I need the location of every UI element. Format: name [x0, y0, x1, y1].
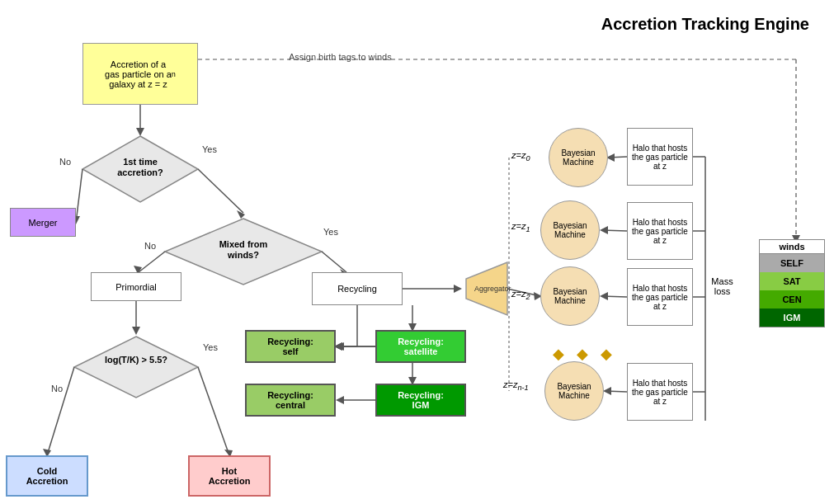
svg-text:No: No: [144, 241, 156, 251]
halo-box-3: Halo that hosts the gas particle at z: [627, 268, 693, 326]
halo-box-4: Halo that hosts the gas particle at z: [627, 363, 693, 421]
cold-accretion-box: ColdAccretion: [6, 455, 88, 497]
svg-marker-39: [336, 396, 344, 404]
svg-marker-21: [74, 337, 198, 398]
svg-line-53: [601, 296, 627, 297]
bayesian-circle-3: BayesianMachine: [540, 266, 600, 326]
bayesian-circle-4: BayesianMachine: [544, 361, 604, 421]
svg-marker-4: [136, 128, 144, 136]
halo-box-2: Halo that hosts the gas particle at z: [627, 202, 693, 260]
ellipsis-dots: ◆ ◆ ◆: [553, 345, 616, 363]
recycling-central-box: Recycling:central: [245, 384, 336, 417]
svg-marker-28: [454, 285, 462, 293]
svg-line-10: [198, 169, 243, 213]
z-label-2: z=z2: [511, 289, 530, 301]
svg-text:1st time: 1st time: [123, 157, 158, 167]
svg-text:Yes: Yes: [202, 144, 217, 154]
bayesian-circle-2: BayesianMachine: [540, 200, 600, 260]
halo-box-1: Halo that hosts the gas particle at z: [627, 128, 693, 186]
svg-marker-11: [237, 210, 245, 219]
svg-line-15: [139, 252, 165, 272]
page-title: Accretion Tracking Engine: [601, 15, 809, 34]
svg-text:accretion?: accretion?: [117, 167, 163, 177]
svg-text:Mixed from: Mixed from: [219, 239, 268, 249]
svg-text:No: No: [51, 384, 63, 393]
winds-cen-row: CEN: [760, 290, 824, 309]
winds-self-row: SELF: [760, 254, 824, 272]
z-label-n1: z=zn-1: [503, 379, 529, 392]
svg-marker-20: [132, 327, 140, 335]
primordial-box: Primordial: [91, 272, 181, 301]
svg-line-51: [601, 230, 627, 231]
winds-legend: winds SELF SAT CEN IGM: [759, 239, 825, 327]
svg-marker-52: [600, 226, 608, 234]
svg-text:winds?: winds?: [227, 250, 259, 260]
winds-sat-row: SAT: [760, 272, 824, 290]
recycling-igm-box: Recycling:IGM: [375, 384, 466, 417]
svg-text:Yes: Yes: [323, 227, 338, 237]
svg-line-25: [198, 367, 229, 455]
mass-loss-label: Massloss: [704, 276, 741, 296]
svg-text:Aggregator: Aggregator: [474, 285, 511, 293]
svg-marker-29: [466, 262, 507, 315]
svg-line-55: [605, 391, 627, 392]
svg-marker-54: [600, 292, 608, 300]
recycling-self-box: Recycling:self: [245, 330, 336, 363]
bayesian-circle-1: BayesianMachine: [549, 128, 608, 187]
svg-marker-56: [603, 387, 611, 395]
svg-text:log(T/K) > 5.5?: log(T/K) > 5.5?: [105, 355, 167, 365]
z-label-0: z=z0: [511, 150, 530, 163]
hot-accretion-box: HotAccretion: [188, 455, 271, 497]
assign-label: Assign birth tags to winds: [289, 52, 392, 62]
svg-text:No: No: [59, 157, 71, 167]
svg-line-8: [76, 169, 82, 223]
svg-marker-37: [336, 342, 344, 351]
start-box: Accretion of agas particle on agalaxy at…: [82, 43, 198, 105]
merger-box: Merger: [10, 208, 76, 237]
svg-line-49: [608, 157, 627, 158]
svg-line-23: [47, 367, 74, 455]
winds-igm-row: IGM: [760, 309, 824, 327]
recycling-satellite-box: Recycling:satellite: [375, 330, 466, 363]
recycling-box: Recycling: [312, 272, 403, 305]
z-label-1: z=z1: [511, 221, 530, 233]
svg-text:Yes: Yes: [203, 342, 218, 352]
svg-marker-12: [165, 219, 322, 285]
svg-line-17: [322, 252, 346, 272]
svg-marker-5: [82, 136, 198, 202]
winds-title: winds: [760, 240, 824, 254]
